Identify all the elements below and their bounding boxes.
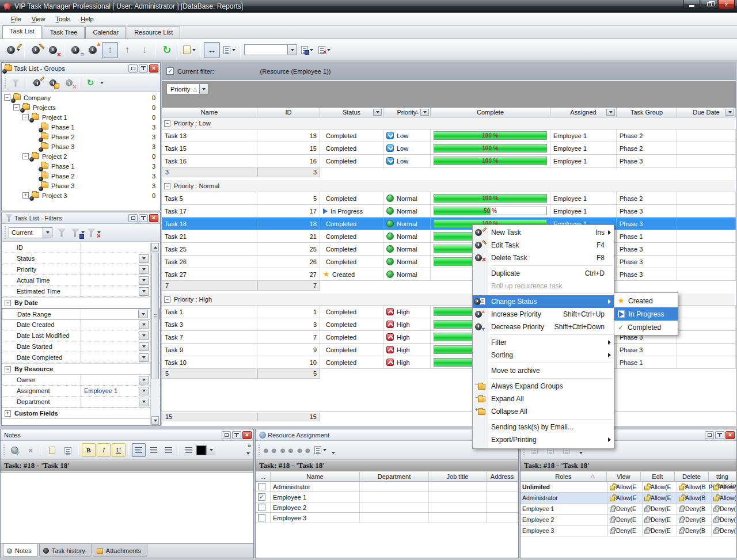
bottom-tab-notes[interactable]: Notes	[3, 544, 38, 557]
group-filter-button[interactable]	[8, 75, 23, 90]
filter-dropdown-button[interactable]	[139, 353, 149, 362]
filter-row-date-started[interactable]: Date Started	[2, 341, 160, 352]
groups-pin-button[interactable]	[139, 64, 148, 73]
filter-dropdown-button[interactable]	[139, 376, 149, 384]
menu-item-duplicate[interactable]: DuplicateCtrl+D	[473, 267, 614, 280]
tree-item-phase-1[interactable]: Phase 13	[2, 161, 160, 171]
tree-item-project-2[interactable]: −Project 20	[2, 151, 160, 161]
toolbar-overflow-button[interactable]: »	[248, 442, 251, 449]
resource-row-administrator[interactable]: Administrator	[256, 482, 518, 492]
tree-item-phase-2[interactable]: Phase 23	[2, 171, 160, 181]
filter-value[interactable]	[80, 352, 139, 363]
fit-columns-button[interactable]: ↔	[204, 42, 220, 58]
dropdown-arrow-icon[interactable]	[81, 231, 85, 234]
new-task-button[interactable]	[5, 42, 21, 58]
move-updown-button[interactable]: ↕	[102, 42, 118, 58]
permissions-close-button[interactable]	[725, 431, 735, 439]
resource-checkbox[interactable]	[258, 504, 265, 511]
tab-calendar[interactable]: Calendar	[85, 26, 126, 39]
edit-group-button[interactable]	[45, 75, 60, 90]
align-right-button[interactable]	[162, 443, 176, 457]
filter-value[interactable]	[80, 375, 139, 385]
menu-item-increase-priority[interactable]: ▲Increase PriorityShift+Ctrl+Up	[473, 308, 614, 321]
notes-restore-button[interactable]	[222, 431, 231, 439]
permission-row-employee-2[interactable]: Employee 2Deny(EDeny(EDeny(BDeny(By	[521, 515, 736, 525]
permissions-restore-button[interactable]	[705, 431, 714, 439]
column-filter-dropdown[interactable]	[420, 109, 429, 116]
filter-row-department[interactable]: Department	[2, 397, 160, 407]
task-row-task-15[interactable]: Task 1515CompletedLow100 %Employee 1Phas…	[162, 142, 736, 155]
permission-row-employee-3[interactable]: Employee 3Deny(EDeny(EDeny(BDeny(By	[521, 525, 736, 536]
notes-pin-button[interactable]	[232, 431, 241, 439]
resource-row-employee-2[interactable]: Employee 2	[256, 502, 518, 513]
task-row-task-25[interactable]: Task 2525CompletedNormal100 %Employee 1P…	[162, 243, 736, 256]
clear-filter-button[interactable]: ×	[86, 225, 101, 240]
group-collapse-icon[interactable]: −	[164, 296, 170, 303]
filter-dropdown-button[interactable]	[139, 265, 149, 274]
filter-dropdown-button[interactable]	[139, 387, 149, 395]
menu-item-expand-all[interactable]: −Expand All	[473, 393, 614, 405]
resource-row-employee-3[interactable]: Employee 3	[256, 513, 518, 523]
filter-value[interactable]	[80, 275, 139, 285]
delete-note-button[interactable]: ×	[23, 443, 38, 458]
menu-view[interactable]: View	[26, 14, 51, 24]
groups-toolbar-more[interactable]	[100, 82, 104, 84]
filter-value[interactable]	[80, 330, 139, 341]
menu-item-collapse-all[interactable]: +Collapse All	[473, 405, 614, 418]
tree-expander-icon[interactable]: −	[22, 153, 29, 159]
resource-list-button[interactable]	[313, 443, 328, 458]
submenu-item-completed[interactable]: ✓Completed	[614, 321, 678, 334]
save-note-button[interactable]: ✓	[7, 443, 22, 458]
submenu-item-in-progress[interactable]: In Progress	[614, 307, 678, 321]
menu-item-edit-task[interactable]: Edit TaskF4	[473, 239, 614, 252]
menu-file[interactable]: File	[6, 14, 26, 24]
assign-resource-button[interactable]: ☻☻	[262, 443, 278, 458]
resource-checkbox[interactable]	[258, 483, 265, 490]
menu-item-export-printing[interactable]: Export/Printing	[473, 433, 614, 446]
print-preview-button[interactable]	[44, 443, 59, 458]
notes-editor[interactable]	[1, 472, 253, 543]
menu-item-new-task[interactable]: New TaskIns	[473, 226, 614, 239]
menu-item-change-status[interactable]: Change Status	[473, 295, 614, 308]
filter-row-priority[interactable]: Priority	[2, 264, 160, 275]
resource-checkbox[interactable]: ✓	[258, 493, 265, 501]
group-collapse-icon[interactable]: −	[164, 183, 170, 189]
filter-row-actual-time[interactable]: Actual Time	[2, 275, 160, 286]
tree-item-company[interactable]: −Company0	[2, 93, 160, 102]
dropdown-arrow-icon[interactable]	[323, 449, 326, 451]
filter-value[interactable]	[80, 242, 160, 253]
italic-button[interactable]: I	[97, 443, 111, 457]
group-by-chip[interactable]: Priority △	[166, 83, 208, 94]
filter-dropdown-button[interactable]	[139, 276, 149, 285]
filter-value[interactable]	[80, 286, 139, 296]
grid-layout-button[interactable]	[221, 42, 237, 58]
column-filter-dropdown[interactable]	[725, 109, 734, 116]
filter-value[interactable]	[80, 253, 139, 264]
group-collapse-icon[interactable]: −	[164, 120, 170, 127]
move-up-button[interactable]: ↑	[119, 42, 135, 58]
resource-column-check[interactable]: ...	[256, 472, 271, 482]
move-down-button[interactable]: ↓	[136, 42, 153, 58]
align-center-button[interactable]	[147, 443, 161, 457]
filters-pin-button[interactable]	[139, 214, 148, 222]
column-filter-dropdown[interactable]	[373, 109, 382, 116]
column-header-status[interactable]: Status	[320, 108, 383, 117]
new-group-button[interactable]	[29, 75, 44, 90]
menu-item-roll-up-recurrence-task[interactable]: Roll up recurrence task	[473, 280, 614, 292]
task-row-task-27[interactable]: Task 2727CreatedNormalEmployee 1Phase 3	[162, 268, 736, 281]
scroll-down-button[interactable]	[151, 416, 159, 425]
tree-item-phase-1[interactable]: Phase 13	[2, 122, 160, 132]
filter-value[interactable]: Employee 1	[80, 386, 139, 396]
dropdown-arrow-icon[interactable]	[327, 49, 330, 51]
permissions-column-roles[interactable]: Roles△	[521, 472, 607, 482]
group-expander-icon[interactable]: −	[5, 300, 11, 306]
delete-group-button[interactable]: ×	[62, 75, 77, 90]
permission-row-administrator[interactable]: AdministratorAllow(EAllow(EAllow(BAllow(…	[521, 493, 736, 504]
filter-row-date-completed[interactable]: Date Completed	[2, 352, 160, 363]
group-expander-icon[interactable]: +	[5, 410, 11, 417]
restore-button[interactable]	[701, 0, 717, 9]
notes-close-button[interactable]	[242, 431, 252, 439]
resource-column-job-title[interactable]: Job title	[429, 472, 487, 482]
task-row-task-13[interactable]: Task 1313CompletedLow100 %Employee 1Phas…	[162, 129, 736, 142]
filter-value[interactable]	[80, 341, 139, 352]
